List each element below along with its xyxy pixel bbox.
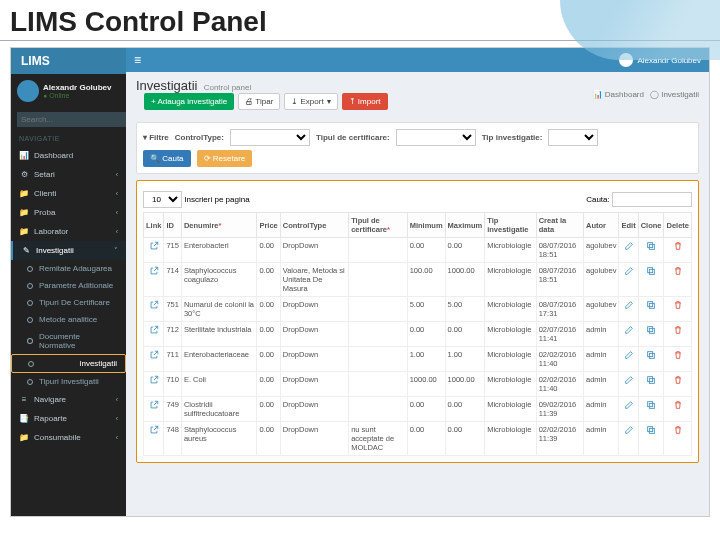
row-link-button[interactable] <box>144 422 164 456</box>
cell-price: 0.00 <box>257 372 280 397</box>
col-clone[interactable]: Clone <box>638 213 664 238</box>
row-clone-button[interactable] <box>638 372 664 397</box>
row-link-button[interactable] <box>144 347 164 372</box>
sidebar-item[interactable]: 📁Proba‹ <box>11 203 126 222</box>
sidebar-item[interactable]: 📁Laborator‹ <box>11 222 126 241</box>
col-id[interactable]: ID <box>164 213 182 238</box>
row-link-button[interactable] <box>144 397 164 422</box>
filter-controltype-label: ControlType: <box>175 133 224 142</box>
table-row: 714Staphylococcus coagulazo0.00Valoare, … <box>144 263 692 297</box>
row-edit-button[interactable] <box>619 347 638 372</box>
row-link-button[interactable] <box>144 322 164 347</box>
export-button[interactable]: ⤓ Export ▾ <box>284 93 337 110</box>
col-delete[interactable]: Delete <box>664 213 692 238</box>
row-edit-button[interactable] <box>619 297 638 322</box>
filter-tip-select[interactable] <box>548 129 598 146</box>
row-link-button[interactable] <box>144 297 164 322</box>
page-header: Investigatii Control panel + Adauga inve… <box>126 72 709 116</box>
breadcrumb-dashboard[interactable]: 📊 Dashboard <box>593 90 644 99</box>
row-delete-button[interactable] <box>664 397 692 422</box>
row-link-button[interactable] <box>144 238 164 263</box>
col-creat[interactable]: Creat la data <box>536 213 583 238</box>
filter-title[interactable]: ▾ Filtre <box>143 133 169 142</box>
sidebar-item[interactable]: ≡Navigare‹ <box>11 390 126 409</box>
svg-rect-2 <box>649 269 654 274</box>
brand-logo[interactable]: LIMS <box>11 48 126 74</box>
sidebar-user[interactable]: Alexandr Golubev ● Online <box>11 74 126 108</box>
row-link-button[interactable] <box>144 263 164 297</box>
col-min[interactable]: Minimum <box>407 213 445 238</box>
svg-rect-9 <box>648 352 653 357</box>
row-edit-button[interactable] <box>619 322 638 347</box>
grid-search-input[interactable] <box>612 192 692 207</box>
print-button[interactable]: 🖨 Tipar <box>238 93 280 110</box>
nav-icon: 📁 <box>19 227 29 236</box>
sidebar-subitem[interactable]: Documente Normative <box>11 328 126 354</box>
row-edit-button[interactable] <box>619 263 638 297</box>
per-page-select[interactable]: 10 <box>143 191 182 208</box>
content: ▾ Filtre ControlType: Tipul de certifica… <box>126 116 709 516</box>
sidebar-subitem[interactable]: Parametre Aditionale <box>11 277 126 294</box>
row-edit-button[interactable] <box>619 372 638 397</box>
row-delete-button[interactable] <box>664 238 692 263</box>
cell-max: 0.00 <box>445 397 485 422</box>
nav-icon: ≡ <box>19 395 29 404</box>
col-controltype[interactable]: ControlType <box>280 213 348 238</box>
row-delete-button[interactable] <box>664 322 692 347</box>
sidebar-item[interactable]: 📁Clienti‹ <box>11 184 126 203</box>
hamburger-icon[interactable]: ≡ <box>134 53 141 67</box>
row-edit-button[interactable] <box>619 238 638 263</box>
col-autor[interactable]: Autor <box>583 213 619 238</box>
filter-reset-button[interactable]: ⟳ Resetare <box>197 150 253 167</box>
sidebar-item[interactable]: ⚙Setari‹ <box>11 165 126 184</box>
import-button[interactable]: ⤒ Import <box>342 93 388 110</box>
add-investigatie-button[interactable]: + Adauga investigatie <box>144 93 234 110</box>
col-denumire[interactable]: Denumire* <box>181 213 256 238</box>
col-cert[interactable]: Tipul de certificare* <box>349 213 408 238</box>
row-clone-button[interactable] <box>638 347 664 372</box>
col-link[interactable]: Link <box>144 213 164 238</box>
sidebar-subitem[interactable]: Tipuri De Certificare <box>11 294 126 311</box>
sidebar-item-investigatii[interactable]: ✎Investigatii ˅ <box>11 241 126 260</box>
filter-search-button[interactable]: 🔍 Cauta <box>143 150 191 167</box>
row-clone-button[interactable] <box>638 322 664 347</box>
search-input[interactable] <box>17 112 126 127</box>
cell-autor: admin <box>583 322 619 347</box>
sidebar-item[interactable]: 📁Consumabile‹ <box>11 428 126 447</box>
sidebar-subitem[interactable]: Metode analitice <box>11 311 126 328</box>
cell-cert <box>349 397 408 422</box>
cell-creat: 08/07/2016 18:51 <box>536 263 583 297</box>
filter-cert-select[interactable] <box>396 129 476 146</box>
col-edit[interactable]: Edit <box>619 213 638 238</box>
filter-controltype-select[interactable] <box>230 129 310 146</box>
cell-tip: Microbiologie <box>485 422 537 456</box>
sidebar-subitem[interactable]: Tipuri Investigatii <box>11 373 126 390</box>
col-tip[interactable]: Tip investigatie <box>485 213 537 238</box>
cell-denumire: Enterobacteri <box>181 238 256 263</box>
col-max[interactable]: Maximum <box>445 213 485 238</box>
cell-max: 0.00 <box>445 422 485 456</box>
row-clone-button[interactable] <box>638 263 664 297</box>
sidebar-item[interactable]: 📑Rapoarte‹ <box>11 409 126 428</box>
row-clone-button[interactable] <box>638 397 664 422</box>
row-clone-button[interactable] <box>638 238 664 263</box>
row-delete-button[interactable] <box>664 347 692 372</box>
cell-id: 714 <box>164 263 182 297</box>
row-delete-button[interactable] <box>664 297 692 322</box>
sidebar-subitem[interactable]: Remitate Adaugarea <box>11 260 126 277</box>
cell-cert <box>349 372 408 397</box>
cell-price: 0.00 <box>257 238 280 263</box>
row-edit-button[interactable] <box>619 397 638 422</box>
sidebar-item[interactable]: 📊Dashboard <box>11 146 126 165</box>
row-delete-button[interactable] <box>664 422 692 456</box>
col-price[interactable]: Price <box>257 213 280 238</box>
row-link-button[interactable] <box>144 372 164 397</box>
cell-max: 1000.00 <box>445 263 485 297</box>
row-edit-button[interactable] <box>619 422 638 456</box>
row-clone-button[interactable] <box>638 422 664 456</box>
row-delete-button[interactable] <box>664 372 692 397</box>
row-clone-button[interactable] <box>638 297 664 322</box>
row-delete-button[interactable] <box>664 263 692 297</box>
sidebar: LIMS Alexandr Golubev ● Online 🔍 NAVIGAT… <box>11 48 126 516</box>
sidebar-subitem[interactable]: Investigatii <box>11 354 126 373</box>
